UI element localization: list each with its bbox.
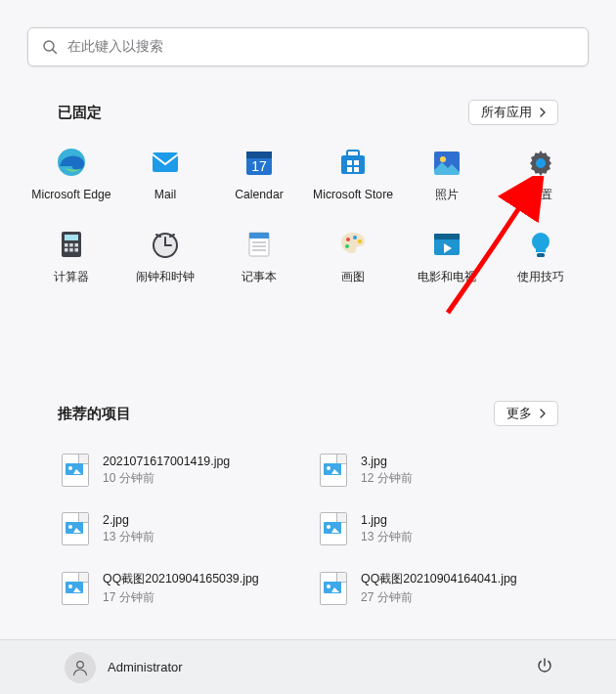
svg-rect-21 xyxy=(65,248,68,252)
file-name: 2021071617001419.jpg xyxy=(103,455,230,468)
calendar-icon: 17 xyxy=(243,147,275,178)
image-file-icon xyxy=(320,454,347,487)
recommended-item[interactable]: 3.jpg12 分钟前 xyxy=(316,452,558,489)
edge-icon xyxy=(56,147,87,178)
svg-text:17: 17 xyxy=(251,158,267,174)
svg-rect-20 xyxy=(75,243,79,247)
svg-point-32 xyxy=(346,238,350,241)
recommended-section-header: 推荐的项目 更多 xyxy=(58,401,558,426)
clock-icon xyxy=(150,229,181,260)
app-label: Microsoft Edge xyxy=(31,188,110,201)
app-label: 使用技巧 xyxy=(517,270,564,283)
search-icon xyxy=(42,39,58,55)
svg-rect-17 xyxy=(65,235,78,240)
svg-point-14 xyxy=(440,156,446,162)
mail-icon xyxy=(150,147,181,178)
chevron-right-icon xyxy=(536,407,550,420)
user-account-button[interactable]: Administrator xyxy=(55,646,193,689)
recommended-item[interactable]: 2.jpg13 分钟前 xyxy=(58,510,300,547)
file-time: 17 分钟前 xyxy=(103,589,259,606)
app-label: 设置 xyxy=(529,188,552,201)
svg-rect-38 xyxy=(537,253,545,257)
chevron-right-icon xyxy=(536,106,550,119)
svg-rect-9 xyxy=(347,160,352,165)
recommended-item[interactable]: QQ截图20210904164041.jpg27 分钟前 xyxy=(316,569,558,608)
app-label: 计算器 xyxy=(54,270,89,283)
svg-rect-5 xyxy=(246,152,272,158)
file-time: 27 分钟前 xyxy=(361,589,517,606)
app-label: 电影和电视 xyxy=(418,270,476,283)
app-tile-notepad[interactable]: 记事本 xyxy=(212,221,306,293)
file-time: 12 分钟前 xyxy=(361,470,413,487)
image-file-icon xyxy=(320,572,347,605)
app-tile-calendar[interactable]: 17Calendar xyxy=(212,139,306,211)
recommended-title: 推荐的项目 xyxy=(58,405,131,423)
pinned-section-header: 已固定 所有应用 xyxy=(58,100,558,125)
all-apps-button[interactable]: 所有应用 xyxy=(468,100,558,125)
store-icon xyxy=(337,147,369,178)
svg-rect-11 xyxy=(347,167,352,172)
app-tile-settings[interactable]: 设置 xyxy=(494,139,588,211)
svg-rect-22 xyxy=(69,248,73,252)
all-apps-label: 所有应用 xyxy=(481,105,532,121)
recommended-item[interactable]: QQ截图20210904165039.jpg17 分钟前 xyxy=(58,569,300,608)
svg-point-33 xyxy=(353,236,357,239)
svg-rect-37 xyxy=(434,234,460,239)
app-tile-movies[interactable]: 电影和电视 xyxy=(400,221,494,293)
power-icon xyxy=(536,657,553,678)
svg-point-39 xyxy=(77,661,84,668)
power-button[interactable] xyxy=(528,651,561,684)
app-label: 记事本 xyxy=(242,270,277,283)
recommended-grid: 2021071617001419.jpg10 分钟前3.jpg12 分钟前2.j… xyxy=(58,452,558,608)
svg-rect-12 xyxy=(354,167,359,172)
pinned-apps-grid: Microsoft EdgeMail17CalendarMicrosoft St… xyxy=(24,139,592,293)
svg-point-35 xyxy=(345,244,349,248)
file-time: 13 分钟前 xyxy=(361,529,413,545)
app-label: 照片 xyxy=(435,188,459,201)
recommended-item[interactable]: 2021071617001419.jpg10 分钟前 xyxy=(58,452,300,489)
user-name: Administrator xyxy=(108,660,183,674)
pinned-title: 已固定 xyxy=(58,104,102,122)
file-name: 1.jpg xyxy=(361,513,413,527)
avatar xyxy=(65,652,96,683)
settings-icon xyxy=(525,147,556,178)
svg-rect-7 xyxy=(341,155,365,174)
more-label: 更多 xyxy=(506,406,532,422)
notepad-icon xyxy=(243,229,275,260)
calc-icon xyxy=(56,229,87,260)
image-file-icon xyxy=(62,572,89,605)
app-tile-paint[interactable]: 画图 xyxy=(306,221,400,293)
file-time: 10 分钟前 xyxy=(103,470,230,487)
app-tile-tips[interactable]: 使用技巧 xyxy=(494,221,588,293)
paint-icon xyxy=(337,229,369,260)
app-tile-store[interactable]: Microsoft Store xyxy=(306,139,400,211)
svg-rect-19 xyxy=(69,243,73,247)
app-tile-mail[interactable]: Mail xyxy=(118,139,212,211)
file-time: 13 分钟前 xyxy=(103,529,154,545)
svg-rect-23 xyxy=(75,248,79,252)
movies-icon xyxy=(431,229,462,260)
app-label: 画图 xyxy=(341,270,365,283)
svg-line-1 xyxy=(53,50,57,54)
file-name: QQ截图20210904164041.jpg xyxy=(361,571,517,587)
image-file-icon xyxy=(62,454,89,487)
file-name: 2.jpg xyxy=(103,513,154,527)
image-file-icon xyxy=(320,512,347,545)
app-tile-photos[interactable]: 照片 xyxy=(400,139,494,211)
search-placeholder: 在此键入以搜索 xyxy=(67,38,163,56)
recommended-item[interactable]: 1.jpg13 分钟前 xyxy=(316,510,558,547)
svg-rect-8 xyxy=(347,151,359,156)
svg-rect-10 xyxy=(354,160,359,165)
more-button[interactable]: 更多 xyxy=(494,401,558,426)
bottom-bar: Administrator xyxy=(0,639,616,694)
app-tile-clock[interactable]: 闹钟和时钟 xyxy=(118,221,212,293)
file-name: 3.jpg xyxy=(361,455,413,468)
file-name: QQ截图20210904165039.jpg xyxy=(103,571,259,587)
app-tile-calc[interactable]: 计算器 xyxy=(24,221,118,293)
tips-icon xyxy=(525,229,556,260)
search-input[interactable]: 在此键入以搜索 xyxy=(27,27,589,66)
app-label: Mail xyxy=(154,188,176,201)
app-label: Calendar xyxy=(235,188,283,201)
image-file-icon xyxy=(62,512,89,545)
app-tile-edge[interactable]: Microsoft Edge xyxy=(24,139,118,211)
